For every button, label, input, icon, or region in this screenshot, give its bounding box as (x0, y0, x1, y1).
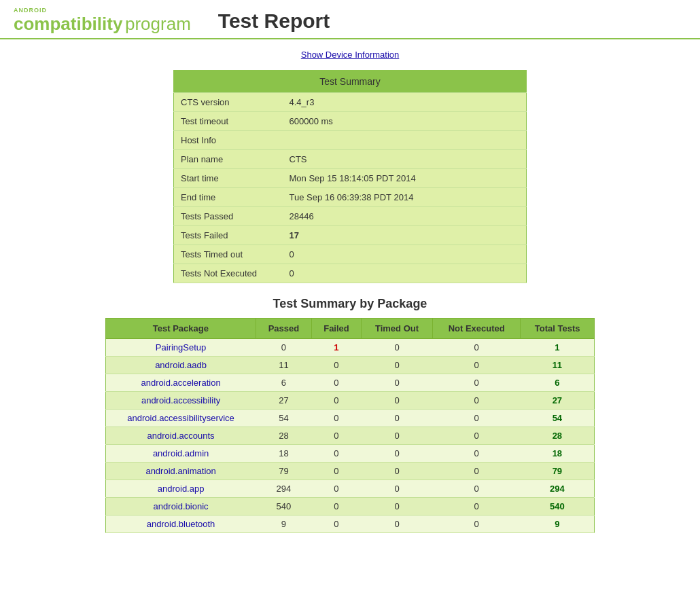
page-header: android compatibility program Test Repor… (0, 0, 700, 39)
summary-value: 600000 ms (283, 112, 527, 131)
pkg-name[interactable]: android.aadb (106, 357, 256, 374)
pkg-timedout: 0 (361, 374, 432, 392)
col-header-passed: Passed (256, 319, 311, 339)
logo-android-text: android (14, 7, 191, 14)
summary-row: Start timeMon Sep 15 18:14:05 PDT 2014 (174, 169, 527, 188)
summary-table: Test Summary CTS version4.4_r3Test timeo… (173, 70, 527, 283)
col-header-timedout: Timed Out (361, 319, 432, 339)
summary-row: Plan nameCTS (174, 150, 527, 169)
pkg-passed: 9 (256, 515, 311, 533)
summary-section: Test Summary CTS version4.4_r3Test timeo… (14, 70, 686, 283)
summary-value: Mon Sep 15 18:14:05 PDT 2014 (283, 169, 527, 188)
summary-value: CTS (283, 150, 527, 169)
pkg-notexecuted: 0 (433, 410, 521, 427)
pkg-name[interactable]: android.accessibility (106, 392, 256, 410)
pkg-total: 27 (521, 392, 595, 410)
pkg-total: 28 (521, 427, 595, 445)
pkg-failed: 1 (312, 339, 362, 357)
show-device-link[interactable]: Show Device Information (301, 50, 400, 60)
pkg-total: 6 (521, 374, 595, 392)
summary-row: Host Info (174, 131, 527, 150)
pkg-notexecuted: 0 (433, 480, 521, 498)
pkg-failed: 0 (312, 515, 362, 533)
pkg-link[interactable]: android.animation (145, 466, 215, 476)
pkg-link[interactable]: android.acceleration (141, 378, 221, 388)
pkg-name[interactable]: android.accessibilityservice (106, 410, 256, 427)
pkg-passed: 294 (256, 480, 311, 498)
summary-label: Tests Not Executed (174, 264, 283, 283)
pkg-notexecuted: 0 (433, 445, 521, 463)
pkg-table-body: PairingSetup01001android.aadb1100011andr… (106, 339, 595, 533)
table-row: android.admin1800018 (106, 445, 595, 463)
pkg-passed: 28 (256, 427, 311, 445)
col-header-notexec: Not Executed (433, 319, 521, 339)
table-row: android.accounts2800028 (106, 427, 595, 445)
summary-label: Host Info (174, 131, 283, 150)
pkg-timedout: 0 (361, 445, 432, 463)
pkg-failed: 0 (312, 357, 362, 374)
pkg-timedout: 0 (361, 339, 432, 357)
pkg-link[interactable]: PairingSetup (156, 342, 206, 352)
pkg-passed: 27 (256, 392, 311, 410)
pkg-failed: 0 (312, 445, 362, 463)
pkg-passed: 540 (256, 498, 311, 515)
pkg-timedout: 0 (361, 463, 432, 480)
summary-value: 0 (283, 245, 527, 264)
summary-label: CTS version (174, 93, 283, 112)
summary-row: Tests Failed17 (174, 226, 527, 245)
summary-value: Tue Sep 16 06:39:38 PDT 2014 (283, 188, 527, 207)
pkg-name[interactable]: android.acceleration (106, 374, 256, 392)
summary-label: Start time (174, 169, 283, 188)
logo-container: android compatibility program (14, 7, 191, 35)
table-row: android.app294000294 (106, 480, 595, 498)
pkg-passed: 54 (256, 410, 311, 427)
pkg-name[interactable]: android.bluetooth (106, 515, 256, 533)
summary-row: End timeTue Sep 16 06:39:38 PDT 2014 (174, 188, 527, 207)
pkg-failed: 0 (312, 392, 362, 410)
pkg-link[interactable]: android.accessibility (141, 395, 220, 405)
pkg-link[interactable]: android.accounts (147, 431, 215, 441)
pkg-timedout: 0 (361, 357, 432, 374)
pkg-link[interactable]: android.admin (153, 448, 209, 458)
pkg-link[interactable]: android.bluetooth (147, 519, 215, 529)
summary-label: End time (174, 188, 283, 207)
col-header-total: Total Tests (521, 319, 595, 339)
pkg-notexecuted: 0 (433, 463, 521, 480)
pkg-total: 1 (521, 339, 595, 357)
pkg-link[interactable]: android.aadb (155, 360, 207, 370)
pkg-notexecuted: 0 (433, 374, 521, 392)
table-row: android.accessibilityservice5400054 (106, 410, 595, 427)
main-content: Show Device Information Test Summary CTS… (0, 39, 700, 543)
pkg-failed: 0 (312, 463, 362, 480)
pkg-table: Test Package Passed Failed Timed Out Not… (105, 318, 595, 533)
pkg-name[interactable]: android.animation (106, 463, 256, 480)
pkg-link[interactable]: android.app (158, 484, 205, 494)
pkg-link[interactable]: android.bionic (154, 501, 209, 511)
pkg-link[interactable]: android.accessibilityservice (127, 413, 234, 423)
pkg-notexecuted: 0 (433, 515, 521, 533)
summary-value: 0 (283, 264, 527, 283)
summary-value (283, 131, 527, 150)
page-title: Test Report (218, 10, 330, 33)
summary-heading: Test Summary (174, 71, 527, 93)
pkg-total: 18 (521, 445, 595, 463)
pkg-summary-heading: Test Summary by Package (14, 297, 686, 311)
pkg-passed: 11 (256, 357, 311, 374)
summary-row: Test timeout600000 ms (174, 112, 527, 131)
pkg-name[interactable]: android.admin (106, 445, 256, 463)
logo-compat-program: compatibility program (14, 14, 191, 35)
pkg-total: 9 (521, 515, 595, 533)
summary-row: CTS version4.4_r3 (174, 93, 527, 112)
pkg-name[interactable]: android.bionic (106, 498, 256, 515)
pkg-name[interactable]: android.app (106, 480, 256, 498)
table-row: android.acceleration60006 (106, 374, 595, 392)
summary-label: Tests Failed (174, 226, 283, 245)
pkg-failed: 0 (312, 427, 362, 445)
pkg-name[interactable]: PairingSetup (106, 339, 256, 357)
pkg-table-header-row: Test Package Passed Failed Timed Out Not… (106, 319, 595, 339)
pkg-notexecuted: 0 (433, 498, 521, 515)
pkg-name[interactable]: android.accounts (106, 427, 256, 445)
summary-row: Tests Passed28446 (174, 207, 527, 226)
table-row: PairingSetup01001 (106, 339, 595, 357)
pkg-timedout: 0 (361, 498, 432, 515)
